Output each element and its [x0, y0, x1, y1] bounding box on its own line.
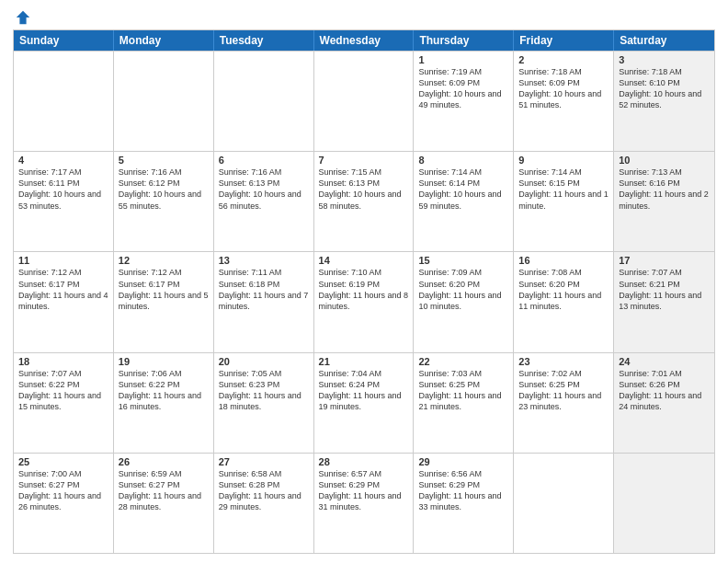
day-info: Sunrise: 7:02 AM Sunset: 6:25 PM Dayligh… — [518, 368, 609, 413]
calendar-row-1: 4Sunrise: 7:17 AM Sunset: 6:11 PM Daylig… — [14, 151, 714, 251]
calendar-cell: 22Sunrise: 7:03 AM Sunset: 6:25 PM Dayli… — [414, 353, 514, 453]
logo-icon — [15, 9, 31, 26]
day-number: 28 — [319, 456, 409, 467]
day-info: Sunrise: 7:18 AM Sunset: 6:10 PM Dayligh… — [619, 66, 710, 111]
calendar-cell: 17Sunrise: 7:07 AM Sunset: 6:21 PM Dayli… — [614, 252, 714, 351]
day-number: 4 — [18, 155, 108, 166]
day-info: Sunrise: 7:12 AM Sunset: 6:17 PM Dayligh… — [18, 267, 108, 312]
day-info: Sunrise: 7:11 AM Sunset: 6:18 PM Dayligh… — [219, 267, 309, 312]
day-info: Sunrise: 7:16 AM Sunset: 6:12 PM Dayligh… — [119, 167, 209, 212]
day-info: Sunrise: 7:15 AM Sunset: 6:13 PM Dayligh… — [319, 167, 409, 212]
calendar-row-3: 18Sunrise: 7:07 AM Sunset: 6:22 PM Dayli… — [14, 352, 714, 453]
calendar-cell: 12Sunrise: 7:12 AM Sunset: 6:17 PM Dayli… — [114, 252, 214, 351]
page: SundayMondayTuesdayWednesdayThursdayFrid… — [0, 0, 728, 563]
calendar-cell: 29Sunrise: 6:56 AM Sunset: 6:29 PM Dayli… — [414, 454, 514, 553]
day-number: 7 — [319, 155, 409, 166]
day-number: 10 — [619, 155, 710, 166]
day-number: 24 — [619, 356, 710, 367]
calendar-cell: 14Sunrise: 7:10 AM Sunset: 6:19 PM Dayli… — [314, 252, 415, 351]
header-day-thursday: Thursday — [414, 30, 514, 51]
day-info: Sunrise: 7:14 AM Sunset: 6:14 PM Dayligh… — [418, 167, 508, 212]
calendar: SundayMondayTuesdayWednesdayThursdayFrid… — [13, 29, 715, 554]
day-info: Sunrise: 7:19 AM Sunset: 6:09 PM Dayligh… — [418, 66, 508, 111]
day-info: Sunrise: 7:04 AM Sunset: 6:24 PM Dayligh… — [319, 368, 409, 413]
calendar-cell: 9Sunrise: 7:14 AM Sunset: 6:15 PM Daylig… — [514, 152, 614, 251]
day-info: Sunrise: 7:18 AM Sunset: 6:09 PM Dayligh… — [518, 66, 609, 111]
day-number: 5 — [119, 155, 209, 166]
day-number: 23 — [518, 356, 609, 367]
day-number: 17 — [619, 255, 710, 266]
header-day-sunday: Sunday — [14, 30, 114, 51]
day-info: Sunrise: 6:57 AM Sunset: 6:29 PM Dayligh… — [319, 468, 409, 513]
calendar-header: SundayMondayTuesdayWednesdayThursdayFrid… — [14, 30, 714, 51]
day-number: 21 — [319, 356, 409, 367]
calendar-cell: 25Sunrise: 7:00 AM Sunset: 6:27 PM Dayli… — [14, 454, 114, 553]
calendar-cell: 11Sunrise: 7:12 AM Sunset: 6:17 PM Dayli… — [14, 252, 114, 351]
calendar-cell: 18Sunrise: 7:07 AM Sunset: 6:22 PM Dayli… — [14, 353, 114, 453]
calendar-cell — [214, 52, 314, 151]
header-day-saturday: Saturday — [614, 30, 714, 51]
calendar-cell: 4Sunrise: 7:17 AM Sunset: 6:11 PM Daylig… — [14, 152, 114, 251]
day-number: 15 — [418, 255, 508, 266]
day-number: 29 — [418, 456, 508, 467]
day-number: 26 — [119, 456, 209, 467]
day-info: Sunrise: 7:12 AM Sunset: 6:17 PM Dayligh… — [119, 267, 209, 312]
day-number: 1 — [418, 54, 508, 65]
day-number: 16 — [518, 255, 609, 266]
header-day-wednesday: Wednesday — [314, 30, 415, 51]
calendar-row-2: 11Sunrise: 7:12 AM Sunset: 6:17 PM Dayli… — [14, 251, 714, 351]
calendar-cell: 8Sunrise: 7:14 AM Sunset: 6:14 PM Daylig… — [414, 152, 514, 251]
day-info: Sunrise: 7:13 AM Sunset: 6:16 PM Dayligh… — [619, 167, 710, 212]
day-info: Sunrise: 7:07 AM Sunset: 6:21 PM Dayligh… — [619, 267, 710, 312]
day-info: Sunrise: 7:10 AM Sunset: 6:19 PM Dayligh… — [319, 267, 409, 312]
day-info: Sunrise: 6:58 AM Sunset: 6:28 PM Dayligh… — [219, 468, 309, 513]
day-info: Sunrise: 7:03 AM Sunset: 6:25 PM Dayligh… — [418, 368, 508, 413]
day-info: Sunrise: 7:06 AM Sunset: 6:22 PM Dayligh… — [119, 368, 209, 413]
svg-marker-0 — [17, 11, 29, 24]
calendar-cell: 27Sunrise: 6:58 AM Sunset: 6:28 PM Dayli… — [214, 454, 314, 553]
calendar-cell — [514, 454, 614, 553]
day-number: 13 — [219, 255, 309, 266]
calendar-cell: 5Sunrise: 7:16 AM Sunset: 6:12 PM Daylig… — [114, 152, 214, 251]
calendar-cell: 24Sunrise: 7:01 AM Sunset: 6:26 PM Dayli… — [614, 353, 714, 453]
calendar-cell: 7Sunrise: 7:15 AM Sunset: 6:13 PM Daylig… — [314, 152, 415, 251]
day-info: Sunrise: 7:05 AM Sunset: 6:23 PM Dayligh… — [219, 368, 309, 413]
day-number: 14 — [319, 255, 409, 266]
logo-text — [13, 9, 31, 26]
calendar-cell: 16Sunrise: 7:08 AM Sunset: 6:20 PM Dayli… — [514, 252, 614, 351]
day-number: 12 — [119, 255, 209, 266]
calendar-row-0: 1Sunrise: 7:19 AM Sunset: 6:09 PM Daylig… — [14, 51, 714, 151]
day-info: Sunrise: 6:56 AM Sunset: 6:29 PM Dayligh… — [418, 468, 508, 513]
calendar-cell: 20Sunrise: 7:05 AM Sunset: 6:23 PM Dayli… — [214, 353, 314, 453]
day-number: 9 — [518, 155, 609, 166]
day-number: 22 — [418, 356, 508, 367]
day-info: Sunrise: 7:07 AM Sunset: 6:22 PM Dayligh… — [18, 368, 108, 413]
day-number: 25 — [18, 456, 108, 467]
day-info: Sunrise: 7:14 AM Sunset: 6:15 PM Dayligh… — [518, 167, 609, 212]
calendar-cell: 19Sunrise: 7:06 AM Sunset: 6:22 PM Dayli… — [114, 353, 214, 453]
day-number: 6 — [219, 155, 309, 166]
day-number: 19 — [119, 356, 209, 367]
day-number: 8 — [418, 155, 508, 166]
calendar-cell — [114, 52, 214, 151]
calendar-cell: 2Sunrise: 7:18 AM Sunset: 6:09 PM Daylig… — [514, 52, 614, 151]
header-day-monday: Monday — [114, 30, 214, 51]
day-info: Sunrise: 7:09 AM Sunset: 6:20 PM Dayligh… — [418, 267, 508, 312]
calendar-cell: 23Sunrise: 7:02 AM Sunset: 6:25 PM Dayli… — [514, 353, 614, 453]
day-info: Sunrise: 7:16 AM Sunset: 6:13 PM Dayligh… — [219, 167, 309, 212]
day-info: Sunrise: 7:00 AM Sunset: 6:27 PM Dayligh… — [18, 468, 108, 513]
header — [13, 9, 715, 22]
day-number: 18 — [18, 356, 108, 367]
calendar-cell — [314, 52, 415, 151]
day-number: 11 — [18, 255, 108, 266]
day-number: 3 — [619, 54, 710, 65]
calendar-cell: 3Sunrise: 7:18 AM Sunset: 6:10 PM Daylig… — [614, 52, 714, 151]
calendar-row-4: 25Sunrise: 7:00 AM Sunset: 6:27 PM Dayli… — [14, 453, 714, 553]
calendar-cell: 10Sunrise: 7:13 AM Sunset: 6:16 PM Dayli… — [614, 152, 714, 251]
logo — [13, 9, 31, 22]
calendar-cell: 28Sunrise: 6:57 AM Sunset: 6:29 PM Dayli… — [314, 454, 415, 553]
header-day-tuesday: Tuesday — [214, 30, 314, 51]
calendar-cell: 1Sunrise: 7:19 AM Sunset: 6:09 PM Daylig… — [414, 52, 514, 151]
calendar-cell: 15Sunrise: 7:09 AM Sunset: 6:20 PM Dayli… — [414, 252, 514, 351]
day-info: Sunrise: 7:08 AM Sunset: 6:20 PM Dayligh… — [518, 267, 609, 312]
